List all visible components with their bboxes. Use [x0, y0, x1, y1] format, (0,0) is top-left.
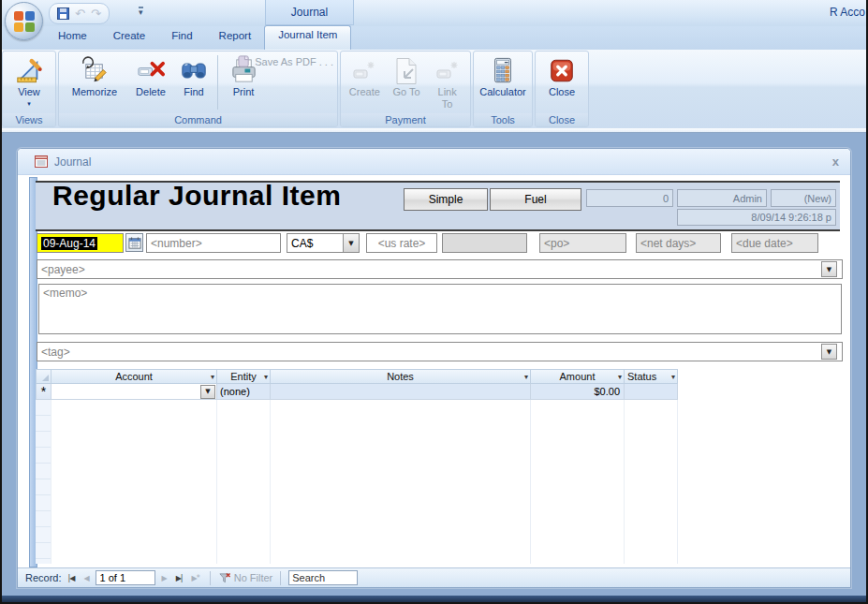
memorize-button[interactable]: Memorize — [61, 53, 128, 98]
po-input[interactable]: <po> — [539, 233, 626, 253]
currency-combo[interactable]: CA$ ▼ — [287, 233, 360, 253]
status-filter-icon[interactable]: ▾ — [671, 373, 675, 381]
account-dropdown-icon[interactable]: ▼ — [200, 385, 215, 399]
tab-create[interactable]: Create — [100, 27, 159, 50]
quick-access-toolbar: ↶ ↷ — [49, 3, 110, 24]
first-record-button[interactable]: |◀ — [66, 574, 78, 582]
tag-combo[interactable]: <tag> ▼ — [37, 342, 843, 361]
grid-corner-cell[interactable] — [36, 369, 51, 384]
date-value: 09-Aug-14 — [41, 237, 97, 250]
app-name-text: R Acco — [830, 6, 865, 19]
grid-header-account[interactable]: Account ▾ — [51, 369, 217, 384]
grid-header-notes[interactable]: Notes ▾ — [271, 369, 531, 384]
user-field: Admin — [677, 189, 767, 207]
tab-report[interactable]: Report — [206, 27, 265, 50]
notes-filter-icon[interactable]: ▾ — [524, 373, 528, 381]
group-label-payment: Payment — [341, 113, 470, 126]
currency-dropdown-icon[interactable]: ▼ — [343, 234, 359, 252]
grid-cell-account[interactable]: ▼ — [51, 384, 217, 400]
number-input[interactable]: <number> — [146, 233, 281, 253]
tab-journal-item[interactable]: Journal Item — [264, 25, 351, 50]
no-filter-button[interactable]: No Filter — [218, 572, 273, 584]
window-title-text: Journal — [291, 6, 328, 19]
previous-record-button[interactable]: ◀ — [81, 574, 91, 582]
search-input[interactable] — [288, 570, 358, 585]
go-to-payment-button[interactable]: Go To — [388, 53, 425, 98]
amount-filter-icon[interactable]: ▾ — [618, 373, 622, 381]
next-record-button[interactable]: ▶ — [159, 574, 169, 582]
memorize-icon — [81, 55, 110, 86]
count-field: 0 — [586, 189, 673, 207]
datetime-field: 8/09/14 9:26:18 p — [677, 209, 836, 226]
form-body: Regular Journal Item Simple Fuel 0 Admin… — [19, 175, 849, 567]
delete-button[interactable]: Delete — [128, 53, 173, 98]
new-record-marker: * — [41, 384, 46, 399]
office-button[interactable] — [5, 2, 43, 40]
page-title: Regular Journal Item — [52, 180, 341, 212]
simple-button[interactable]: Simple — [404, 188, 488, 211]
window-left-edge — [0, 0, 2, 604]
pdf-file-icon — [237, 54, 251, 68]
group-label-close: Close — [536, 113, 588, 126]
delete-icon — [137, 55, 166, 86]
group-command: Memorize Delete — [58, 51, 338, 127]
memo-input[interactable]: <memo> — [38, 284, 842, 334]
grid-cell-status[interactable] — [625, 384, 678, 400]
form-close-icon[interactable]: x — [832, 155, 839, 169]
account-filter-icon[interactable]: ▾ — [211, 373, 214, 381]
us-rate-input[interactable]: <us rate> — [366, 233, 437, 253]
form-icon — [35, 155, 48, 168]
fuel-button[interactable]: Fuel — [490, 188, 581, 211]
view-button[interactable]: View ▾ — [6, 53, 52, 110]
form-title: Journal — [54, 155, 91, 169]
due-date-input[interactable]: <due date> — [731, 233, 818, 253]
payee-combo[interactable]: <payee> ▼ — [37, 259, 843, 279]
calendar-icon — [128, 237, 141, 249]
entity-filter-icon[interactable]: ▾ — [264, 373, 268, 381]
journal-form-window: Journal x Regular Journal Item Simple Fu… — [17, 148, 851, 588]
ribbon: View ▾ Views — [0, 50, 868, 128]
undo-icon[interactable]: ↶ — [75, 7, 85, 20]
ribbon-bottom-edge — [0, 128, 868, 133]
net-days-input[interactable]: <net days> — [636, 233, 721, 253]
date-input[interactable]: 09-Aug-14 — [37, 233, 124, 253]
tab-home[interactable]: Home — [45, 27, 100, 50]
group-views: View ▾ Views — [2, 51, 56, 127]
last-record-button[interactable]: ▶| — [173, 574, 185, 582]
create-payment-button[interactable]: Create — [344, 53, 385, 98]
form-titlebar[interactable]: Journal x — [18, 149, 850, 175]
grid-header-entity[interactable]: Entity ▾ — [217, 369, 271, 384]
view-dropdown-caret-icon: ▾ — [27, 98, 31, 110]
date-picker-button[interactable] — [125, 233, 143, 252]
qat-customize-icon[interactable]: ▾ — [139, 7, 143, 16]
grid-cell-amount[interactable]: $0.00 — [531, 384, 625, 400]
find-button[interactable]: Find — [173, 53, 214, 98]
save-icon[interactable] — [57, 7, 69, 20]
window-title: Journal — [265, 0, 354, 25]
tab-find[interactable]: Find — [158, 27, 205, 50]
new-record-button[interactable]: ▶* — [189, 574, 202, 582]
calculator-button[interactable]: Calculator — [476, 53, 530, 98]
record-navigation-bar: Record: |◀ ◀ 1 of 1 ▶ ▶| ▶* No Filter — [18, 567, 850, 587]
tag-dropdown-icon[interactable]: ▼ — [821, 344, 837, 360]
new-row-selector[interactable]: * — [36, 384, 51, 400]
grid-cell-notes[interactable] — [271, 384, 531, 400]
redo-icon[interactable]: ↷ — [91, 7, 101, 20]
payee-dropdown-icon[interactable]: ▼ — [821, 261, 837, 277]
group-label-views: Views — [3, 113, 55, 126]
rate-display-field — [442, 233, 527, 253]
link-to-payment-button[interactable]: Link To — [428, 53, 467, 110]
group-label-tools: Tools — [474, 113, 532, 126]
close-button[interactable]: Close — [539, 53, 584, 98]
group-payment: Create Go To — [340, 51, 471, 127]
grid-cell-entity[interactable]: (none) — [217, 384, 271, 400]
grid-header-amount[interactable]: Amount ▾ — [531, 369, 625, 384]
record-position-box[interactable]: 1 of 1 — [96, 570, 155, 585]
grid-header-status[interactable]: Status ▾ — [625, 369, 678, 384]
group-label-command: Command — [59, 113, 337, 126]
create-payment-icon — [353, 55, 375, 86]
link-to-icon — [436, 55, 459, 86]
save-as-pdf-button[interactable]: Save As PDF . . . — [237, 54, 333, 68]
go-to-icon — [394, 55, 419, 86]
calculator-icon — [489, 55, 517, 86]
